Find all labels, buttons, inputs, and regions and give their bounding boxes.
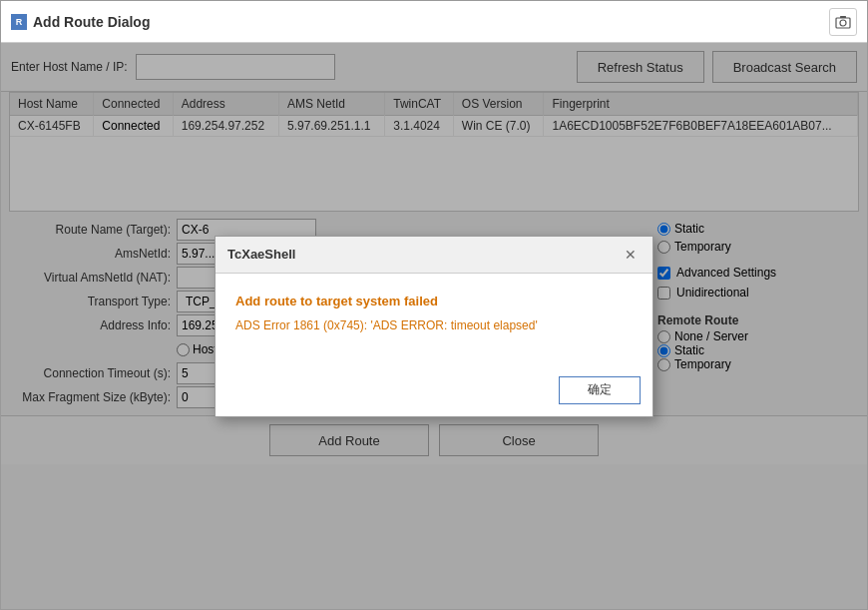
camera-button[interactable] [829,8,857,36]
modal-close-button[interactable]: ✕ [621,245,641,265]
modal-titlebar: TcXaeShell ✕ [216,237,652,274]
main-content: Enter Host Name / IP: Refresh Status Bro… [1,43,867,609]
modal-error-detail: ADS Error 1861 (0x745): 'ADS ERROR: time… [235,318,633,332]
window-icon: R [11,14,27,30]
window-title: Add Route Dialog [33,14,150,30]
modal-body: Add route to target system failed ADS Er… [216,274,652,368]
main-window: R Add Route Dialog Enter Host Name / IP:… [0,0,868,610]
svg-point-1 [840,20,846,26]
modal-error-title: Add route to target system failed [235,294,633,308]
title-bar: R Add Route Dialog [1,1,867,43]
modal-overlay: TcXaeShell ✕ Add route to target system … [1,43,867,609]
modal-footer: 确定 [216,368,652,416]
error-modal: TcXaeShell ✕ Add route to target system … [215,236,653,417]
modal-confirm-button[interactable]: 确定 [559,376,641,404]
modal-title: TcXaeShell [227,247,295,262]
svg-rect-2 [840,16,846,18]
title-bar-left: R Add Route Dialog [11,14,150,30]
